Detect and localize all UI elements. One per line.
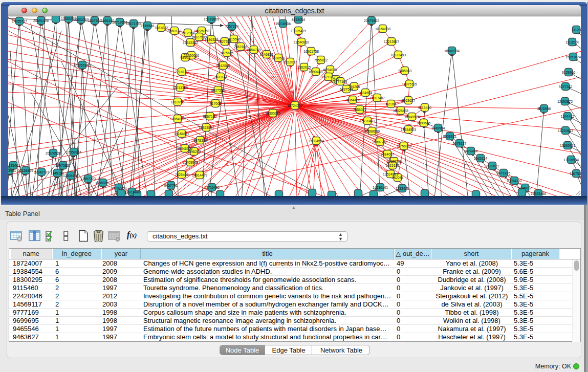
svg-text:1167533: 1167533 — [570, 172, 581, 176]
svg-text:12213967: 12213967 — [384, 40, 399, 43]
svg-text:3912954: 3912954 — [181, 31, 195, 35]
svg-text:20364436: 20364436 — [345, 98, 360, 102]
svg-text:18300295: 18300295 — [265, 112, 280, 115]
svg-text:1244415: 1244415 — [561, 115, 575, 118]
svg-text:8878334: 8878334 — [193, 139, 207, 142]
svg-text:13325419: 13325419 — [291, 29, 306, 33]
svg-text:16033809: 16033809 — [204, 17, 219, 21]
svg-text:9115460: 9115460 — [418, 106, 431, 110]
svg-text:1527602: 1527602 — [88, 19, 102, 23]
svg-text:8186328: 8186328 — [205, 38, 219, 41]
svg-text:20953346: 20953346 — [75, 63, 90, 67]
svg-text:12505135: 12505135 — [63, 174, 78, 178]
svg-text:2718170: 2718170 — [175, 70, 189, 74]
svg-text:15720407: 15720407 — [360, 119, 375, 123]
svg-text:98901: 98901 — [181, 56, 190, 59]
svg-text:9146821: 9146821 — [260, 53, 274, 56]
svg-text:1615132: 1615132 — [386, 164, 400, 167]
svg-text:10154808: 10154808 — [375, 27, 390, 31]
svg-text:6679137: 6679137 — [453, 142, 467, 145]
svg-text:10719155: 10719155 — [112, 20, 127, 24]
svg-text:6497508: 6497508 — [340, 87, 354, 91]
svg-text:14914479: 14914479 — [192, 173, 207, 177]
svg-text:19054985: 19054985 — [170, 117, 185, 121]
svg-text:9227342: 9227342 — [559, 85, 573, 89]
svg-text:7625402: 7625402 — [175, 173, 189, 177]
svg-text:20876862: 20876862 — [364, 19, 379, 23]
svg-text:2933114: 2933114 — [474, 157, 487, 160]
svg-text:9777169: 9777169 — [334, 80, 347, 83]
svg-text:9463627: 9463627 — [402, 99, 416, 102]
svg-text:7515546: 7515546 — [141, 24, 155, 28]
svg-text:12975115: 12975115 — [402, 82, 417, 86]
svg-text:19384554: 19384554 — [309, 139, 324, 143]
svg-text:13524851: 13524851 — [383, 172, 398, 176]
svg-text:1010755: 1010755 — [171, 100, 185, 104]
svg-text:3875685: 3875685 — [220, 51, 234, 55]
svg-text:3824554: 3824554 — [359, 91, 373, 95]
svg-text:16543362: 16543362 — [183, 41, 198, 45]
svg-text:7663822: 7663822 — [155, 26, 168, 30]
svg-text:16210643: 16210643 — [558, 129, 573, 133]
svg-text:9457791: 9457791 — [164, 184, 178, 187]
svg-text:12923446: 12923446 — [531, 192, 546, 195]
svg-text:2603144: 2603144 — [214, 75, 228, 79]
svg-text:1362615: 1362615 — [297, 65, 311, 69]
svg-text:16671355: 16671355 — [126, 22, 141, 26]
svg-text:12093872: 12093872 — [557, 100, 573, 103]
svg-text:1733426: 1733426 — [396, 187, 409, 190]
svg-text:15226058: 15226058 — [194, 29, 209, 33]
svg-text:20691406: 20691406 — [33, 19, 49, 23]
svg-text:19166827: 19166827 — [174, 132, 189, 136]
svg-text:7485063: 7485063 — [398, 69, 412, 73]
svg-text:9245012: 9245012 — [518, 186, 532, 190]
svg-text:19756928: 19756928 — [396, 144, 411, 148]
svg-text:10653267: 10653267 — [73, 18, 89, 21]
svg-text:8322037: 8322037 — [284, 60, 297, 64]
svg-text:8435061: 8435061 — [8, 164, 20, 167]
svg-text:8454749: 8454749 — [247, 48, 261, 52]
svg-text:12213369: 12213369 — [172, 86, 188, 90]
svg-text:10973493: 10973493 — [390, 53, 406, 57]
svg-text:16782759: 16782759 — [111, 186, 126, 190]
svg-text:1113274: 1113274 — [565, 40, 579, 44]
svg-text:2367608: 2367608 — [234, 45, 248, 49]
svg-text:16120746: 16120746 — [386, 160, 402, 163]
svg-text:8990448: 8990448 — [309, 70, 323, 74]
svg-text:6794028: 6794028 — [323, 68, 337, 72]
svg-text:10025438: 10025438 — [393, 109, 408, 113]
svg-text:18807249: 18807249 — [372, 140, 387, 144]
svg-text:15353594: 15353594 — [199, 126, 214, 129]
svg-text:1015546: 1015546 — [227, 37, 241, 41]
svg-text:13716485: 13716485 — [204, 186, 220, 189]
svg-text:19975867: 19975867 — [55, 164, 71, 167]
svg-text:9699695: 9699695 — [417, 121, 431, 125]
svg-text:17957223: 17957223 — [80, 177, 96, 181]
svg-text:19654923: 19654923 — [401, 128, 416, 132]
svg-text:8813054: 8813054 — [292, 18, 306, 21]
svg-text:20206526: 20206526 — [46, 151, 61, 155]
svg-text:10807487: 10807487 — [369, 96, 385, 100]
svg-text:16648784: 16648784 — [444, 49, 460, 53]
svg-text:9474444: 9474444 — [464, 149, 478, 153]
svg-text:14136141: 14136141 — [373, 186, 388, 189]
svg-text:10054122: 10054122 — [507, 179, 522, 183]
svg-text:14055717: 14055717 — [12, 19, 27, 23]
svg-text:917006: 917006 — [210, 102, 222, 105]
svg-text:62160: 62160 — [386, 102, 396, 106]
svg-text:8427552: 8427552 — [211, 89, 225, 92]
svg-text:7955812: 7955812 — [314, 58, 328, 62]
svg-text:12942737: 12942737 — [34, 170, 49, 174]
svg-text:9242848: 9242848 — [216, 64, 230, 68]
svg-text:10958167: 10958167 — [95, 181, 111, 185]
svg-text:9684067: 9684067 — [381, 152, 395, 156]
svg-text:18640910: 18640910 — [294, 40, 309, 44]
svg-text:11123: 11123 — [572, 28, 581, 32]
svg-text:3215958: 3215958 — [537, 107, 551, 111]
svg-text:19218506: 19218506 — [275, 22, 291, 26]
svg-text:12923448: 12923448 — [124, 190, 140, 194]
svg-text:13692971: 13692971 — [560, 144, 575, 147]
svg-text:8471876: 8471876 — [497, 171, 511, 175]
svg-text:7357224: 7357224 — [225, 25, 239, 28]
svg-text:16961758: 16961758 — [303, 50, 319, 53]
